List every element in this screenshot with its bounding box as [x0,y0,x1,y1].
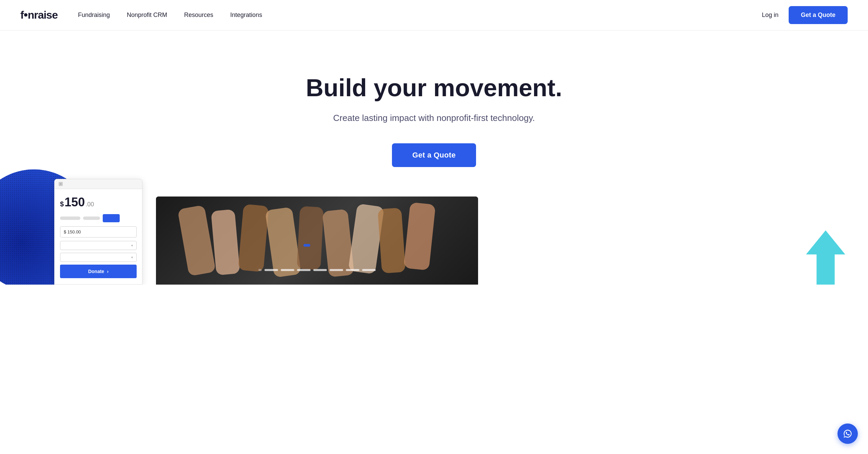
bar-segment-7 [362,269,376,271]
nav-item-crm[interactable]: Nonprofit CRM [127,12,167,19]
mockup-select-1[interactable]: ▾ [60,241,137,250]
hand-4 [265,207,301,277]
arrow-right-icon: › [107,269,108,274]
mockup-body: $150.00 $ 150.00 ▾ ▾ Donate › [55,189,142,284]
amount-cents: .00 [85,201,94,208]
hand-1 [177,205,216,276]
bar-segment-6 [346,269,359,271]
hand-5 [297,206,324,270]
mockup-selected-amount[interactable] [103,214,120,222]
svg-marker-1 [806,230,845,285]
hand-8 [377,208,406,273]
decorative-arrow [804,230,848,285]
nav-link-crm[interactable]: Nonprofit CRM [127,12,167,18]
chevron-down-icon-1: ▾ [131,244,133,247]
mockup-amount-input[interactable]: $ 150.00 [60,226,137,238]
bar-segment-2 [281,269,294,271]
bar-segment-1 [264,269,278,271]
bar-segment-5 [330,269,343,271]
nav-link-resources[interactable]: Resources [184,12,213,18]
bar-segment-4 [313,269,327,271]
nav-link-integrations[interactable]: Integrations [230,12,262,18]
mockup-amount: $150.00 [60,195,137,209]
arrow-svg [804,230,848,285]
bracelet [303,244,310,247]
bar-dot-1 [258,269,262,271]
photo-mockup [156,197,478,285]
mockup-close-button[interactable]: × [59,182,63,186]
nav-links: Fundraising Nonprofit CRM Resources Inte… [78,12,762,19]
mockup-donate-button[interactable]: Donate › [60,265,137,278]
donation-form-mockup: × $150.00 $ 150.00 ▾ ▾ Donate › [54,179,142,285]
get-quote-hero-button[interactable]: Get a Quote [392,143,476,167]
mockup-titlebar: × [55,179,142,189]
mockup-amount-row [60,214,137,222]
nav-item-fundraising[interactable]: Fundraising [78,12,110,19]
mockup-pill-1 [60,216,80,220]
amount-dollar: $ [60,201,64,207]
hands-photo [156,197,478,285]
mockup-pill-2 [83,216,100,220]
nav-actions: Log in Get a Quote [762,6,848,24]
hand-2 [211,209,240,275]
hero-section: Build your movement. Create lasting impa… [0,30,868,285]
nav-item-integrations[interactable]: Integrations [230,12,262,19]
amount-value: 150 [64,195,85,209]
get-quote-nav-button[interactable]: Get a Quote [789,6,848,24]
chevron-down-icon-2: ▾ [131,255,133,259]
login-link[interactable]: Log in [762,12,778,19]
hero-title: Build your movement. [306,75,562,101]
hand-9 [403,202,436,271]
photo-overlay-bar [156,269,478,271]
nav-item-resources[interactable]: Resources [184,12,213,19]
nav-link-fundraising[interactable]: Fundraising [78,12,110,18]
hand-3 [238,204,269,272]
bar-segment-3 [297,269,311,271]
logo[interactable]: fnraise [20,9,58,21]
main-nav: fnraise Fundraising Nonprofit CRM Resour… [0,0,868,30]
hero-subtitle: Create lasting impact with nonprofit-fir… [333,111,535,125]
donate-label: Donate [88,269,104,274]
logo-dot [24,13,27,17]
mockup-select-2[interactable]: ▾ [60,253,137,262]
